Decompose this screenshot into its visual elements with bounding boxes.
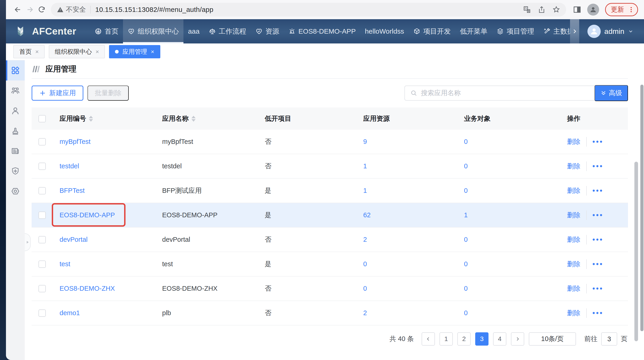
biz-objects-link[interactable]: 0 <box>464 260 468 268</box>
table-scrollbar-thumb[interactable] <box>634 162 638 341</box>
browser-profile-avatar[interactable] <box>587 4 599 15</box>
tab-close-icon[interactable]: × <box>35 48 39 55</box>
nav-item-组织权限中心[interactable]: 组织权限中心 <box>123 19 184 43</box>
row-checkbox[interactable] <box>38 138 46 146</box>
delete-link[interactable]: 删除 <box>567 186 580 195</box>
forward-button[interactable] <box>24 4 36 15</box>
app-id-link[interactable]: BFPTest <box>60 187 85 194</box>
new-app-button[interactable]: 新建应用 <box>32 86 83 101</box>
more-actions-icon[interactable] <box>593 141 602 143</box>
translate-icon[interactable]: G <box>523 6 531 13</box>
biz-objects-link[interactable]: 0 <box>464 162 468 170</box>
brand[interactable]: AFCenter <box>6 19 90 43</box>
app-resources-link[interactable]: 2 <box>363 309 367 317</box>
app-id-link[interactable]: EOS8-DEMO-APP <box>60 211 115 219</box>
advanced-search-button[interactable]: 高级 <box>594 85 628 101</box>
row-checkbox[interactable] <box>38 187 46 194</box>
app-resources-link[interactable]: 0 <box>363 285 367 292</box>
back-button[interactable] <box>12 4 24 15</box>
app-resources-link[interactable]: 1 <box>363 162 367 170</box>
app-id-link[interactable]: demo1 <box>60 309 80 317</box>
nav-item-aaa[interactable]: aaa <box>184 19 204 43</box>
next-page-button[interactable] <box>511 332 524 346</box>
delete-link[interactable]: 删除 <box>567 309 580 318</box>
prev-page-button[interactable] <box>422 332 435 346</box>
browser-menu-icon[interactable] <box>628 6 634 13</box>
more-actions-icon[interactable] <box>593 189 602 192</box>
delete-link[interactable]: 删除 <box>567 137 580 146</box>
user-menu[interactable]: admin <box>579 19 644 43</box>
biz-objects-link[interactable]: 0 <box>464 285 468 292</box>
app-resources-link[interactable]: 1 <box>363 187 367 194</box>
row-checkbox[interactable] <box>38 163 46 170</box>
sidebar-item-apps-grid[interactable] <box>6 60 25 80</box>
delete-link[interactable]: 删除 <box>567 235 580 244</box>
row-checkbox[interactable] <box>38 236 46 243</box>
column-header-应用名称[interactable]: 应用名称 <box>162 114 196 123</box>
select-all-checkbox[interactable] <box>38 115 46 122</box>
page-button-1[interactable]: 1 <box>440 332 453 346</box>
tab-首页[interactable]: 首页× <box>13 45 45 58</box>
nav-item-项目管理[interactable]: 项目管理 <box>492 19 539 43</box>
delete-link[interactable]: 删除 <box>567 260 580 269</box>
page-size-select[interactable]: 10条/页 <box>529 332 576 346</box>
more-actions-icon[interactable] <box>593 214 602 216</box>
page-button-2[interactable]: 2 <box>457 332 471 346</box>
star-icon[interactable] <box>552 6 560 13</box>
row-checkbox[interactable] <box>38 211 46 219</box>
app-id-link[interactable]: myBpfTest <box>60 138 90 145</box>
nav-item-项目开发[interactable]: 项目开发 <box>408 19 455 43</box>
nav-item-首页[interactable]: 首页 <box>90 19 123 43</box>
delete-link[interactable]: 删除 <box>567 284 580 293</box>
app-resources-link[interactable]: 9 <box>363 138 367 146</box>
reload-button[interactable] <box>36 4 48 15</box>
security-warning[interactable]: 不安全 <box>57 5 86 14</box>
page-button-3[interactable]: 3 <box>475 332 488 346</box>
nav-item-主数据管理[interactable]: 主数据管理 <box>539 19 570 43</box>
column-header-应用编号[interactable]: 应用编号 <box>60 114 93 123</box>
nav-item-EOS8-DEMO-APP[interactable]: EOS8-DEMO-APP <box>284 19 360 43</box>
delete-link[interactable]: 删除 <box>567 162 580 171</box>
app-id-link[interactable]: EOS8-DEMO-ZHX <box>60 285 115 292</box>
nav-item-工作流程[interactable]: 工作流程 <box>204 19 251 43</box>
address-bar[interactable]: 不安全 10.15.15.151:13082/#/menu_auth/app G <box>51 3 566 16</box>
nav-overflow-chevron[interactable] <box>570 19 579 43</box>
app-id-link[interactable]: test <box>60 260 70 268</box>
biz-objects-link[interactable]: 1 <box>464 211 468 219</box>
biz-objects-link[interactable]: 0 <box>464 187 468 194</box>
batch-delete-button[interactable]: 批量删除 <box>88 86 129 101</box>
biz-objects-link[interactable]: 0 <box>464 236 468 243</box>
tab-组织权限中心[interactable]: 组织权限中心× <box>49 45 105 58</box>
nav-item-资源[interactable]: 资源 <box>251 19 284 43</box>
app-resources-link[interactable]: 62 <box>363 211 370 219</box>
more-actions-icon[interactable] <box>593 165 602 167</box>
sidebar-item-news-doc[interactable] <box>6 141 25 161</box>
url-text[interactable]: 10.15.15.151:13082/#/menu_auth/app <box>95 6 523 13</box>
share-icon[interactable] <box>538 6 546 13</box>
sort-icon[interactable] <box>89 116 93 122</box>
biz-objects-link[interactable]: 0 <box>464 138 468 146</box>
row-checkbox[interactable] <box>38 310 46 317</box>
search-input[interactable]: 搜索应用名称 <box>404 86 594 101</box>
delete-link[interactable]: 删除 <box>567 211 580 220</box>
browser-update-button[interactable]: 更新 <box>605 3 638 16</box>
more-actions-icon[interactable] <box>593 288 602 290</box>
sort-icon[interactable] <box>192 116 196 122</box>
sidebar-panel-icon[interactable] <box>573 5 581 14</box>
row-checkbox[interactable] <box>38 285 46 292</box>
sidebar-item-user-group[interactable] <box>6 80 25 101</box>
nav-item-低开菜单[interactable]: 低开菜单 <box>455 19 492 43</box>
sidebar-item-user[interactable] <box>6 101 25 121</box>
tab-close-icon[interactable]: × <box>151 48 154 55</box>
sidebar-item-hex-eye[interactable] <box>6 181 25 201</box>
app-resources-link[interactable]: 0 <box>363 260 367 268</box>
more-actions-icon[interactable] <box>593 312 602 314</box>
app-id-link[interactable]: testdel <box>60 162 79 170</box>
more-actions-icon[interactable] <box>593 239 602 241</box>
goto-page-input[interactable]: 3 <box>601 332 617 346</box>
row-checkbox[interactable] <box>38 260 46 268</box>
biz-objects-link[interactable]: 0 <box>464 309 468 317</box>
app-resources-link[interactable]: 2 <box>363 236 367 243</box>
sidebar-item-shield-plus[interactable] <box>6 161 25 181</box>
tab-应用管理[interactable]: 应用管理× <box>109 45 160 58</box>
